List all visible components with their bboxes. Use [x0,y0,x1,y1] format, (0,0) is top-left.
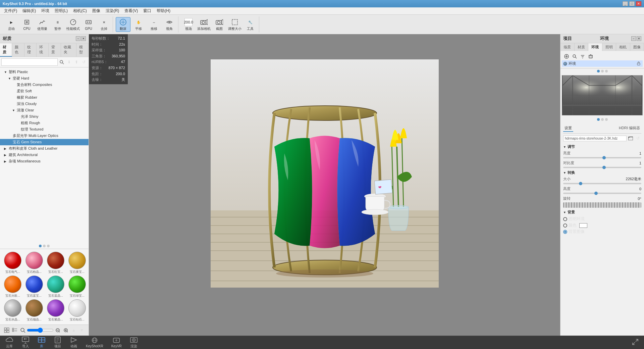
tree-cloudy[interactable]: ▶ 深浊 Cloudy [0,101,89,107]
zoom-minus-icon[interactable] [54,326,62,334]
tree-misc[interactable]: ▶ 杂项 Miscellaneous [0,158,89,164]
tab-model[interactable]: 模型 [76,43,89,57]
right-panel-close[interactable]: ✕ [637,36,641,41]
env-dot-page-2[interactable] [601,70,604,72]
env-preview-dot-2[interactable] [601,118,604,121]
menu-env[interactable]: 环境 [39,7,52,14]
settings-tab-hdri[interactable]: HDRI 编辑器 [618,125,641,132]
toolbar-gpu[interactable]: GPU [81,17,96,32]
hdri-refresh-btn[interactable]: ↺ [635,135,641,142]
tree-cloth[interactable]: ▶ 布料和皮革 Cloth and Leather [0,145,89,152]
toolbar-fov[interactable]: 200.0 视场 [181,17,196,32]
thumb-gem-fire[interactable]: 宝石火欧... [3,276,23,298]
rotation-slider[interactable] [563,202,641,208]
panel-minus[interactable]: − [76,36,80,41]
tree-textured[interactable]: ▶ 纹理 Textured [0,126,89,133]
hdri-browse-btn[interactable] [627,135,634,142]
thumb-gem-diamond[interactable]: 宝石钻石... [67,299,87,322]
bg-color-swatch[interactable] [579,223,587,228]
tab-material[interactable]: 材质 [0,43,12,57]
toolbar-start[interactable]: ▶ 启动 [4,17,19,32]
toolbar-remove[interactable]: ✕ 去掉 [97,17,111,32]
expand-button[interactable] [632,339,639,347]
tree-toggle-misc[interactable]: ▶ [4,160,7,163]
panel-close[interactable]: ✕ [81,36,86,41]
thumb-gem-pink[interactable]: 宝石粉晶... [24,252,44,274]
tree-gemstones[interactable]: ▶ 宝石 Gem Stones [0,139,89,145]
thumb-gem-ruby[interactable]: 宝石红宝... [46,252,66,274]
thumb-gem-blue[interactable]: 宝石蓝宝... [24,276,44,298]
tree-rough[interactable]: ▶ 粗糙 Rough [0,120,89,126]
tree-clear[interactable]: ▼ 清澈 Clear [0,107,89,113]
menu-lighting[interactable]: 照明(L) [52,7,70,14]
toolbar-pan[interactable]: ✋ 平移 [131,17,146,32]
settings-tab-adjust[interactable]: 设置 [563,125,573,132]
minimize-button[interactable]: _ [623,1,628,6]
search-bottom-icon[interactable] [19,326,27,334]
right-tab-scene[interactable]: 场景 [560,43,575,51]
tree-architectural[interactable]: ▶ 建筑 Architectural [0,152,89,158]
bottom-cloud-library[interactable]: 云库 [5,337,13,349]
tree-dot-1[interactable] [39,245,42,247]
bg-lighting-radio[interactable] [563,217,567,221]
menu-camera[interactable]: 相机(C) [70,7,90,14]
tree-toggle-hard[interactable]: ▼ [8,77,11,80]
bg-image-radio[interactable] [563,230,567,234]
viewport[interactable]: 每秒帧数： 72.1 时间： 22s 采样值： 100 三角形： 360,950… [89,34,560,336]
menu-render[interactable]: 渲染(R) [103,7,122,14]
right-tab-image[interactable]: 图像 [630,43,644,51]
toolbar-usage[interactable]: 使用量 [35,17,50,32]
toolbar-perf[interactable]: 性能模式 [66,17,80,32]
thumb-gem-smoke[interactable]: 宝石烟晶... [24,299,44,322]
toolbar-screenshot[interactable]: 截图 [212,17,227,32]
list-view-btn[interactable] [11,326,19,334]
toolbar-resize[interactable]: 调整大小 [227,17,242,32]
tree-dot-2[interactable] [43,245,46,247]
tab-favorites[interactable]: 收藏夹 [61,43,76,57]
refresh-icon[interactable]: ↺ [80,59,87,65]
thumb-gem-crystal[interactable]: 宝石水晶... [3,299,23,322]
toolbar-cpu[interactable]: CPU [19,17,34,32]
right-tab-env[interactable]: 环境 [588,43,602,51]
toolbar-roll[interactable]: 翻滚 [116,17,130,32]
toolbar-push[interactable]: ↔ 推移 [147,17,161,32]
tab-texture[interactable]: 纹理 [24,43,37,57]
tree-toggle-clear[interactable]: ▼ [12,109,15,112]
maximize-button[interactable]: □ [629,1,635,6]
bottom-keyvr[interactable]: KeyVR [111,337,122,348]
grid-view-btn[interactable] [3,326,11,334]
brightness-slider[interactable] [563,157,641,158]
search-icon[interactable] [58,59,65,65]
tree-shiny[interactable]: ▶ 光泽 Shiny [0,113,89,120]
height-slider[interactable] [563,193,641,194]
contrast-slider[interactable] [563,167,641,168]
bottom-import[interactable]: 导入 [21,337,30,349]
tree-plastic[interactable]: ▼ 塑料 Plastic [0,69,89,75]
bottom-project[interactable]: 项目 [54,337,62,349]
thumb-gem-green[interactable]: 宝石绿宝... [67,276,87,298]
tab-env-left[interactable]: 环境 [37,43,49,57]
search-input[interactable] [1,58,58,66]
menu-view[interactable]: 查看(V) [122,7,141,14]
tree-toggle-cloth[interactable]: ▶ [4,147,7,150]
toolbar-view[interactable]: 视角 [162,17,177,32]
export-icon[interactable]: ⬆ [73,59,80,65]
env-lock-icon[interactable] [637,61,641,66]
bottom-render[interactable]: 渲染 [130,337,138,349]
tree-hard[interactable]: ▼ 坚硬 Hard [0,75,89,82]
tree-dot-3[interactable] [47,245,50,247]
thumb-gem-aqua[interactable]: 宝石蓝晶... [46,276,66,298]
bottom-library[interactable]: 库 [38,337,46,349]
tree-rubber[interactable]: ▶ 橡胶 Rubber [0,94,89,101]
thumb-gem-amethyst[interactable]: 宝石紫晶... [46,299,66,322]
section-adjust[interactable]: ▼ 调节 [563,144,641,149]
bottom-animation[interactable]: 动画 [70,337,78,349]
bg-color-radio[interactable] [563,223,567,228]
env-preview-dot-1[interactable] [597,118,600,121]
tab-color[interactable]: 颜色 [12,43,24,57]
thumb-gem-electric[interactable]: 宝石电气... [3,252,23,274]
menu-image[interactable]: 图像 [90,7,103,14]
toolbar-pause[interactable]: ⏸ 暂停 [50,17,65,32]
tree-multilayer[interactable]: ▶ 多层光学 Multi-Layer Optics [0,133,89,139]
env-delete-btn[interactable] [587,53,594,60]
